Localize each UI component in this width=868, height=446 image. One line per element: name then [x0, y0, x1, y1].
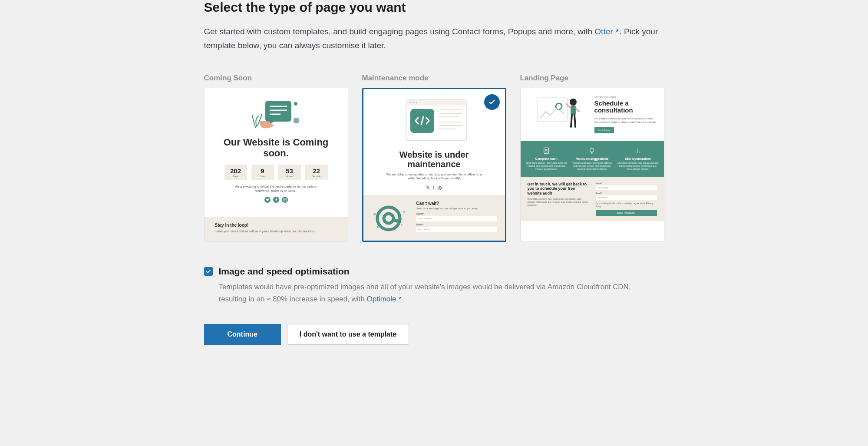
optimisation-checkbox[interactable]	[204, 267, 213, 276]
svg-point-12	[413, 102, 414, 103]
skip-template-button[interactable]: I don't want to use a template	[287, 324, 409, 345]
template-label-coming-soon: Coming Soon	[204, 74, 348, 83]
svg-point-7	[284, 199, 285, 200]
svg-point-8	[285, 198, 286, 199]
template-cards: Coming Soon	[204, 74, 664, 242]
svg-rect-5	[294, 118, 299, 123]
template-label-landing: Landing Page	[520, 74, 664, 83]
lightbulb-icon	[588, 147, 596, 155]
name-label: Name*	[416, 212, 497, 215]
maintenance-social-icons: 𝕏 f ◎	[372, 185, 496, 191]
svg-rect-31	[571, 106, 576, 115]
continue-button[interactable]: Continue	[204, 324, 281, 345]
selected-check-icon	[484, 94, 500, 110]
optimole-link[interactable]: Optimole	[367, 295, 403, 303]
at-sign-illustration	[371, 201, 410, 235]
name-input-preview: Your Name	[416, 216, 497, 221]
email-label: Email*	[416, 223, 497, 226]
landing-hero-subtext: Get a free consultation with one of our …	[594, 117, 657, 124]
landing-hero-title: Schedule a consultation	[594, 100, 657, 114]
maintenance-illustration	[372, 96, 496, 144]
svg-point-24	[403, 211, 405, 213]
optimisation-title: Image and speed optimisation	[219, 266, 350, 277]
audit-icon	[542, 147, 550, 155]
optimisation-description: Templates would have pre-optimized image…	[219, 281, 636, 305]
svg-point-26	[377, 207, 400, 230]
stay-in-loop-subtext: Leave your email and we will send you a …	[215, 229, 337, 234]
external-link-icon	[614, 24, 620, 38]
svg-line-33	[576, 108, 579, 112]
facebook-icon	[273, 197, 279, 203]
maintenance-headline: Website is under maintenance	[372, 150, 496, 169]
facebook-icon: f	[433, 185, 434, 191]
svg-line-35	[574, 115, 575, 127]
cant-wait-title: Can't wait?	[416, 201, 497, 206]
svg-point-4	[294, 102, 297, 106]
svg-point-25	[401, 224, 403, 226]
otter-link[interactable]: Otter	[594, 27, 619, 36]
intro-text: Get started with custom templates, and b…	[204, 24, 664, 53]
email-input-preview: Your email	[416, 227, 497, 232]
twitter-icon	[264, 197, 271, 203]
svg-rect-0	[265, 101, 291, 122]
maintenance-subtext: We are doing some updates on our site, a…	[384, 172, 484, 181]
svg-rect-10	[406, 99, 467, 106]
landing-features: Complete Audit Nunc libero tempore, cum …	[521, 141, 664, 177]
send-message-button-preview: Send message!	[596, 210, 657, 216]
coming-soon-headline: Our Website is Coming soon.	[213, 137, 339, 159]
landing-hero-illustration	[528, 94, 590, 135]
template-card-landing[interactable]: LIMITED TIME OFFER Schedule a consultati…	[520, 88, 664, 242]
countdown: 202Days 9Hours 53Minutes 22Seconds	[213, 165, 339, 180]
coming-soon-subtext: We are working to deliver the best exper…	[228, 185, 324, 193]
template-card-coming-soon[interactable]: Our Website is Coming soon. 202Days 9Hou…	[204, 88, 348, 242]
instagram-icon: ◎	[438, 185, 442, 191]
svg-point-11	[409, 102, 411, 103]
svg-point-22	[373, 213, 376, 215]
instagram-icon	[282, 197, 288, 203]
svg-point-13	[416, 102, 417, 103]
action-buttons: Continue I don't want to use a template	[204, 324, 664, 345]
svg-point-30	[570, 99, 577, 106]
social-icons	[213, 197, 339, 203]
chart-icon	[634, 147, 642, 155]
svg-point-23	[377, 226, 379, 228]
template-label-maintenance: Maintenance mode	[362, 74, 506, 83]
stay-in-loop-title: Stay in the loop!	[215, 223, 337, 228]
coming-soon-illustration	[213, 94, 339, 133]
template-card-maintenance[interactable]: Website is under maintenance We are doin…	[362, 88, 506, 242]
svg-line-34	[571, 115, 572, 127]
svg-point-40	[590, 148, 594, 152]
page-title: Select the type of page you want	[204, 0, 664, 15]
external-link-icon	[397, 293, 403, 304]
cant-wait-subtext: Send us a message and we will get back t…	[416, 207, 497, 210]
landing-contact-title: Get in touch, we will get back to you to…	[528, 182, 589, 196]
intro-part-1: Get started with custom templates, and b…	[204, 27, 595, 36]
landing-contact-subtext: Nunc libero tempore, cum soluta nobis es…	[528, 198, 589, 207]
svg-rect-28	[537, 98, 568, 122]
twitter-icon: 𝕏	[426, 185, 430, 191]
book-now-button-preview: Book Now!	[594, 127, 614, 133]
